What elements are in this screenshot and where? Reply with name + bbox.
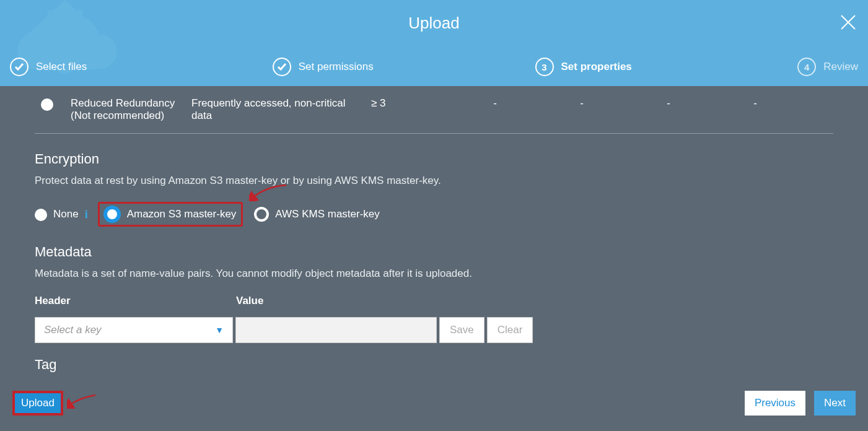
encryption-option-kms[interactable]: AWS KMS master-key	[254, 207, 379, 222]
metadata-save-button[interactable]: Save	[439, 317, 484, 343]
step-number-icon: 3	[535, 58, 554, 76]
storage-cell: -	[538, 97, 625, 110]
encryption-option-label: None	[53, 208, 79, 220]
header-label: Header	[35, 295, 236, 307]
step-done-icon	[10, 58, 28, 76]
step-review[interactable]: 4 Review	[797, 58, 858, 76]
storage-cell: -	[452, 97, 538, 110]
step-label: Set permissions	[299, 61, 374, 73]
step-set-permissions[interactable]: Set permissions	[273, 58, 535, 76]
storage-cell: -	[712, 97, 799, 110]
metadata-heading: Metadata	[35, 244, 833, 260]
radio-selected-icon[interactable]	[103, 206, 121, 223]
next-button[interactable]: Next	[814, 391, 856, 416]
metadata-value-input[interactable]	[235, 317, 437, 343]
info-icon[interactable]: i	[85, 208, 88, 221]
storage-class-row-reduced-redundancy[interactable]: Reduced Redundancy (Not recommended) Fre…	[35, 86, 833, 134]
encryption-option-s3[interactable]: Amazon S3 master-key	[103, 206, 237, 223]
dialog-content: Reduced Redundancy (Not recommended) Fre…	[0, 86, 868, 375]
encryption-subtitle: Protect data at rest by using Amazon S3 …	[35, 175, 833, 187]
encryption-option-label: Amazon S3 master-key	[127, 208, 237, 220]
metadata-row: Select a key ▼ Save Clear	[35, 317, 833, 343]
dialog-footer: Upload Previous Next	[0, 375, 868, 431]
encryption-option-none[interactable]: None	[35, 207, 79, 221]
metadata-subtitle: Metadata is a set of name-value pairs. Y…	[35, 268, 833, 280]
previous-button[interactable]: Previous	[745, 391, 805, 416]
radio-unchecked-icon[interactable]	[41, 98, 53, 111]
chevron-down-icon: ▼	[215, 325, 224, 335]
metadata-column-headers: Header Value	[35, 295, 833, 307]
encryption-heading: Encryption	[35, 151, 833, 167]
step-select-files[interactable]: Select files	[10, 58, 273, 76]
encryption-option-label: AWS KMS master-key	[275, 208, 379, 220]
radio-unchecked-icon[interactable]	[35, 209, 47, 221]
step-done-icon	[273, 58, 291, 76]
storage-class-name: Reduced Redundancy (Not recommended)	[71, 97, 191, 122]
dialog-header: Upload Select files Set permissions 3 Se…	[0, 0, 868, 86]
upload-button[interactable]: Upload	[12, 391, 63, 416]
close-icon	[840, 14, 857, 31]
value-label: Value	[236, 295, 263, 307]
radio-unchecked-icon[interactable]	[254, 207, 269, 222]
encryption-options: None i Amazon S3 master-key AWS KMS mast…	[35, 202, 833, 227]
step-set-properties[interactable]: 3 Set properties	[535, 58, 798, 76]
storage-class-desc: Frequently accessed, non-critical data	[191, 97, 371, 122]
step-label: Set properties	[561, 61, 632, 73]
tag-heading: Tag	[35, 357, 833, 373]
annotation-arrow-icon	[67, 393, 98, 409]
storage-name-line2: (Not recommended)	[71, 110, 164, 121]
metadata-clear-button[interactable]: Clear	[487, 317, 533, 343]
metadata-key-select[interactable]: Select a key ▼	[35, 317, 233, 343]
svg-marker-1	[30, 0, 99, 32]
storage-cell: -	[625, 97, 712, 110]
step-number-icon: 4	[797, 58, 816, 76]
step-label: Select files	[36, 61, 87, 73]
step-label: Review	[823, 61, 858, 73]
storage-az: ≥ 3	[371, 97, 452, 110]
dialog-title: Upload	[0, 0, 868, 33]
select-placeholder: Select a key	[44, 324, 102, 336]
close-button[interactable]	[840, 14, 857, 33]
storage-name-line1: Reduced Redundancy	[71, 97, 175, 109]
wizard-steps: Select files Set permissions 3 Set prope…	[0, 58, 868, 76]
annotation-highlight-s3-key: Amazon S3 master-key	[98, 202, 243, 227]
